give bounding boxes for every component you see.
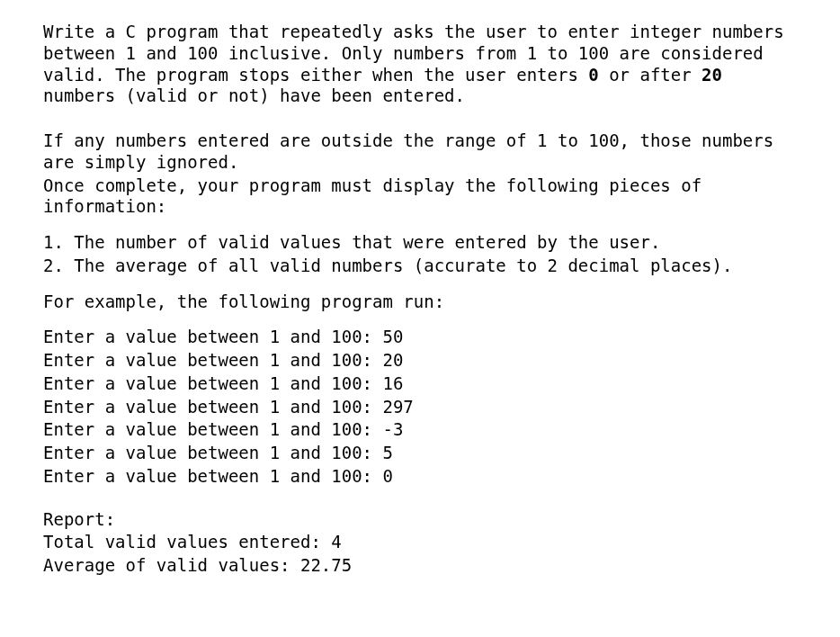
- prompt-line: Enter a value between 1 and 100: 5: [43, 443, 797, 464]
- intro-twenty: 20: [701, 65, 722, 85]
- intro-text-c: numbers (valid or not) have been entered…: [43, 85, 465, 105]
- intro-paragraph: Write a C program that repeatedly asks t…: [43, 22, 797, 107]
- requirement-2: 2. The average of all valid numbers (acc…: [43, 256, 797, 277]
- requirements-list: 1. The number of valid values that were …: [43, 232, 797, 277]
- intro-text-b: or after: [599, 65, 701, 85]
- report-block: Report: Total valid values entered: 4 Av…: [43, 509, 797, 577]
- example-lead: For example, the following program run:: [43, 292, 797, 313]
- prompt-line: Enter a value between 1 and 100: -3: [43, 419, 797, 441]
- prompt-line: Enter a value between 1 and 100: 297: [43, 397, 797, 418]
- middle-line-2: Once complete, your program must display…: [43, 175, 797, 219]
- report-header: Report:: [43, 509, 797, 531]
- report-average: Average of valid values: 22.75: [43, 555, 797, 577]
- report-total: Total valid values entered: 4: [43, 532, 797, 553]
- prompt-line: Enter a value between 1 and 100: 50: [43, 327, 797, 348]
- prompt-line: Enter a value between 1 and 100: 0: [43, 466, 797, 488]
- prompt-line: Enter a value between 1 and 100: 20: [43, 350, 797, 372]
- intro-zero: 0: [588, 65, 598, 85]
- prompt-line: Enter a value between 1 and 100: 16: [43, 373, 797, 395]
- middle-line-1: If any numbers entered are outside the r…: [43, 130, 797, 174]
- middle-block: If any numbers entered are outside the r…: [43, 130, 797, 218]
- example-run: Enter a value between 1 and 100: 50 Ente…: [43, 327, 797, 487]
- requirement-1: 1. The number of valid values that were …: [43, 232, 797, 254]
